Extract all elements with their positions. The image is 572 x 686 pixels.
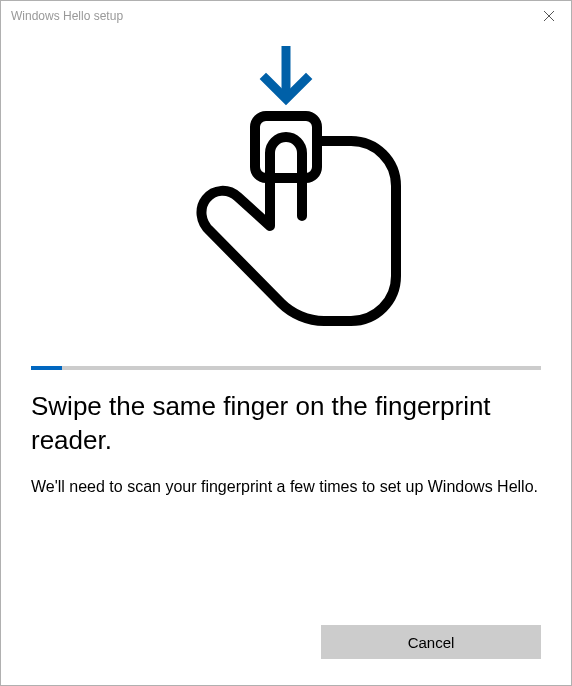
dialog-content: Swipe the same finger on the fingerprint…: [1, 31, 571, 605]
window-title: Windows Hello setup: [11, 9, 123, 23]
instruction-body: We'll need to scan your fingerprint a fe…: [31, 476, 541, 498]
progress-fill: [31, 366, 62, 370]
cancel-button[interactable]: Cancel: [321, 625, 541, 659]
close-button[interactable]: [526, 2, 571, 31]
finger-scan-icon: [166, 41, 406, 346]
dialog-footer: Cancel: [1, 605, 571, 685]
close-icon: [544, 11, 554, 21]
svg-rect-3: [255, 116, 317, 178]
dialog-window: Windows Hello setup: [0, 0, 572, 686]
titlebar: Windows Hello setup: [1, 1, 571, 31]
instruction-heading: Swipe the same finger on the fingerprint…: [31, 390, 541, 458]
progress-bar: [31, 366, 541, 370]
fingerprint-illustration: [31, 41, 541, 346]
